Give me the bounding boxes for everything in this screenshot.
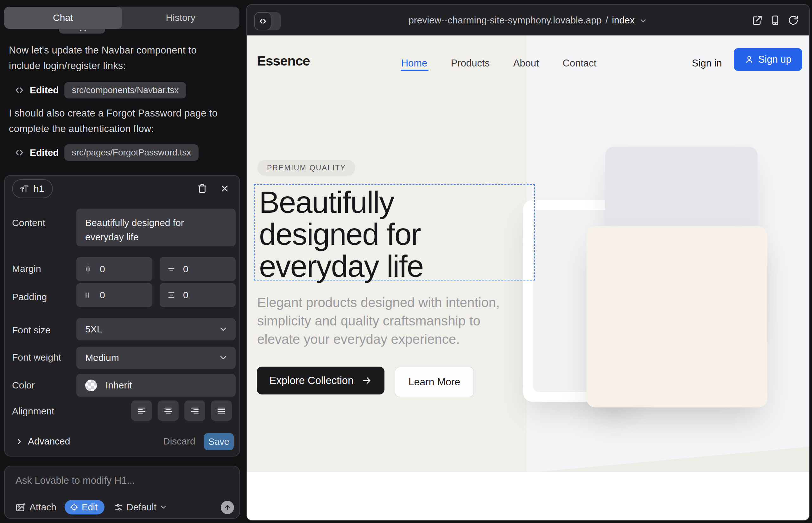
content-field-label: Content (12, 217, 45, 228)
font-size-value: 5XL (85, 324, 102, 335)
file-badge[interactable]: src/pages/ForgotPassword.tsx (64, 144, 199, 161)
chat-message: I should also create a Forgot Password p… (9, 105, 228, 137)
padding-field-label: Padding (12, 292, 47, 302)
mode-label: Default (126, 502, 156, 512)
refresh-button[interactable] (788, 15, 799, 26)
margin-vertical-value: 0 (183, 264, 189, 274)
chat-message: Now let's update the Navbar component to… (9, 42, 228, 73)
font-weight-field-label: Font weight (12, 352, 61, 363)
close-icon (220, 184, 230, 194)
padding-vertical-input[interactable]: 0 (160, 283, 236, 307)
color-select[interactable]: Inherit (76, 374, 236, 397)
save-button[interactable]: Save (204, 433, 234, 450)
color-swatch (85, 380, 97, 391)
chevron-down-icon (218, 353, 228, 362)
align-justify-icon (216, 405, 226, 416)
align-justify-button[interactable] (211, 400, 232, 421)
user-icon (744, 55, 754, 64)
attach-image-icon[interactable] (15, 502, 26, 512)
preview-browser-frame: preview--charming-site-symphony.lovable.… (246, 4, 810, 521)
sliders-icon (114, 503, 123, 512)
composer-placeholder[interactable]: Ask Lovable to modify H1... (16, 475, 135, 486)
file-badge[interactable]: src/components/Navbar.tsx (64, 82, 187, 98)
advanced-toggle[interactable]: Advanced (28, 436, 70, 447)
tab-history[interactable]: History (122, 7, 240, 29)
font-weight-value: Medium (85, 353, 119, 363)
mobile-view-button[interactable] (770, 15, 781, 26)
url-domain: preview--charming-site-symphony.lovable.… (408, 15, 602, 26)
arrow-up-icon (224, 504, 231, 511)
edited-file-row: Edited src/pages/ForgotPassword.tsx (14, 144, 198, 161)
attach-button[interactable]: Attach (30, 502, 56, 512)
decor-card-beige (586, 227, 767, 408)
margin-horizontal-input[interactable]: 0 (76, 257, 152, 281)
arrow-right-icon (362, 376, 372, 385)
align-center-icon (163, 405, 173, 416)
nav-link-products[interactable]: Products (451, 58, 490, 69)
edited-label: Edited (30, 85, 59, 96)
url-page: index (612, 15, 635, 26)
align-center-button[interactable] (158, 400, 179, 421)
color-field-label: Color (12, 380, 35, 391)
nav-link-home[interactable]: Home (401, 58, 427, 69)
padding-horizontal-value: 0 (100, 290, 105, 301)
font-weight-select[interactable]: Medium (76, 347, 236, 369)
send-button[interactable] (221, 501, 234, 514)
learn-more-button[interactable]: Learn More (394, 366, 474, 397)
delete-element-button[interactable] (197, 183, 208, 194)
type-icon (20, 184, 29, 194)
target-icon (70, 503, 78, 511)
align-left-icon (137, 405, 147, 416)
refresh-icon (788, 15, 799, 26)
trash-icon (197, 183, 208, 194)
element-tag-pill: h1 (12, 179, 53, 198)
chevron-down-icon (160, 503, 167, 511)
padding-vertical-value: 0 (183, 290, 189, 301)
site-logo[interactable]: Essence (257, 53, 310, 69)
open-external-button[interactable] (752, 15, 763, 26)
hero-description: Elegant products designed with intention… (257, 293, 509, 348)
margin-vertical-input[interactable]: 0 (160, 257, 236, 281)
chevron-down-icon (639, 17, 647, 25)
margin-horizontal-value: 0 (100, 264, 105, 274)
margin-field-label: Margin (12, 264, 41, 274)
explore-collection-button[interactable]: Explore Collection (257, 366, 385, 395)
nav-link-contact[interactable]: Contact (563, 58, 597, 69)
font-size-select[interactable]: 5XL (76, 318, 236, 340)
external-link-icon (752, 15, 763, 26)
url-separator: / (605, 15, 608, 26)
close-panel-button[interactable] (220, 184, 230, 194)
edit-mode-pill[interactable]: Edit (65, 500, 105, 515)
preview-toolbar: preview--charming-site-symphony.lovable.… (247, 5, 809, 35)
sidebar-tabbar: Chat History (4, 7, 240, 29)
url-bar[interactable]: preview--charming-site-symphony.lovable.… (247, 5, 809, 35)
edit-pill-label: Edit (82, 502, 98, 512)
align-right-icon (190, 405, 200, 416)
padding-horizontal-input[interactable]: 0 (76, 283, 152, 307)
nav-active-underline (401, 70, 428, 71)
margin-vertical-icon (166, 264, 176, 274)
align-right-button[interactable] (184, 400, 205, 421)
explore-collection-label: Explore Collection (269, 375, 354, 386)
website-viewport: Essence Home Products About Contact Sign… (247, 35, 809, 520)
padding-horizontal-icon (83, 290, 93, 300)
sign-up-button[interactable]: Sign up (734, 48, 802, 71)
mode-selector[interactable]: Default (114, 502, 167, 512)
sign-in-link[interactable]: Sign in (692, 58, 722, 69)
hero-badge: PREMIUM QUALITY (258, 160, 355, 176)
tab-chat[interactable]: Chat (4, 7, 122, 29)
smartphone-icon (770, 15, 781, 26)
hero-heading[interactable]: Beautifully designed for everyday life (259, 186, 423, 282)
margin-horizontal-icon (83, 264, 93, 274)
element-tag-label: h1 (34, 183, 44, 194)
edited-label: Edited (30, 147, 59, 158)
content-textarea[interactable]: Beautifully designed for everyday life (76, 209, 236, 246)
code-icon (14, 147, 25, 158)
nav-link-about[interactable]: About (513, 58, 539, 69)
chat-composer[interactable]: Ask Lovable to modify H1... Attach Edit … (4, 466, 240, 519)
align-left-button[interactable] (131, 400, 152, 421)
scrolled-badge-fragment (59, 29, 105, 34)
chat-sidebar: Chat History Now let's update the Navbar… (0, 0, 243, 523)
discard-button[interactable]: Discard (163, 436, 193, 447)
padding-vertical-icon (166, 290, 176, 300)
